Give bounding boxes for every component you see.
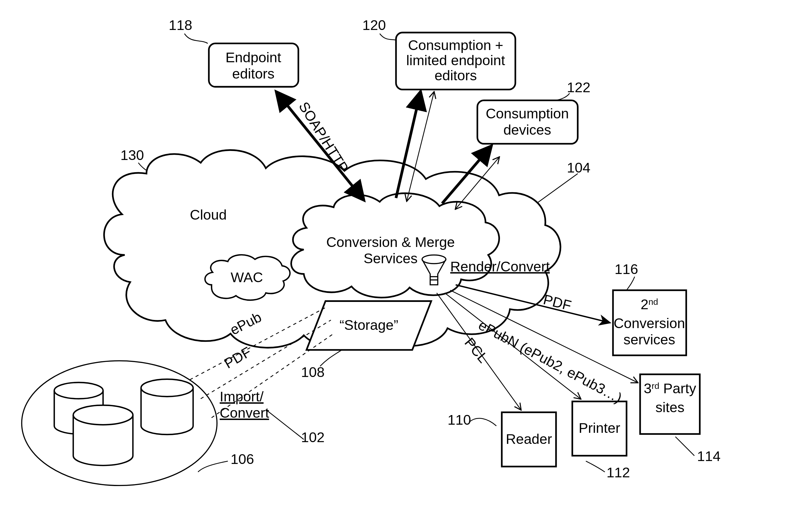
ref-110: 110 (448, 412, 471, 428)
ref-122: 122 (567, 79, 591, 95)
consumption-devices-l2: devices (503, 122, 551, 138)
svg-point-4 (141, 379, 193, 397)
svg-point-3 (54, 382, 103, 399)
ref-104: 104 (567, 160, 591, 175)
edge-pdf-out: PDF (542, 291, 573, 314)
ref-106: 106 (231, 451, 254, 467)
second-conv-line2: Conversion (614, 315, 685, 331)
consumption-limited-l2: limited endpoint (406, 52, 505, 68)
cylinder-icon-3 (73, 405, 133, 466)
conv-merge-label-2: Services (364, 250, 418, 266)
import-convert-l1: Import/ (219, 388, 264, 404)
conv-merge-label: Conversion & Merge (326, 234, 455, 250)
ref-102: 102 (301, 429, 325, 445)
svg-point-5 (73, 405, 133, 425)
consumption-devices-l1: Consumption (486, 106, 569, 121)
third-party-line2: sites (656, 399, 685, 415)
ref-120: 120 (362, 17, 386, 33)
ref-130: 130 (120, 147, 144, 163)
endpoint-editors-l2: editors (232, 66, 274, 81)
edge-epubn: ePubN (ePub2, ePub3…) (476, 317, 625, 406)
cylinder-icon-2 (141, 379, 193, 435)
endpoint-editors-l1: Endpoint (226, 50, 281, 65)
render-convert-label: Render/Convert (450, 259, 550, 274)
edge-pdf-in: PDF (221, 344, 254, 372)
ref-114: 114 (697, 448, 721, 464)
ref-108: 108 (301, 364, 325, 380)
ref-118: 118 (169, 17, 192, 33)
second-conv-line3: services (624, 331, 675, 347)
wac-label: WAC (231, 269, 263, 285)
printer-label: Printer (579, 420, 620, 436)
edge-pcl: PCL (462, 335, 491, 366)
import-convert-l2: Convert (219, 405, 269, 421)
consumption-limited-l1: Consumption + (408, 37, 503, 53)
reader-label: Reader (506, 431, 552, 447)
cloud-label: Cloud (190, 207, 227, 223)
ref-116: 116 (615, 261, 638, 277)
diagram-canvas: 118 120 122 130 132 100 104 108 102 106 … (0, 0, 792, 532)
ref-112: 112 (606, 464, 630, 480)
storage-label: “Storage” (340, 317, 398, 333)
consumption-limited-l3: editors (434, 68, 477, 83)
